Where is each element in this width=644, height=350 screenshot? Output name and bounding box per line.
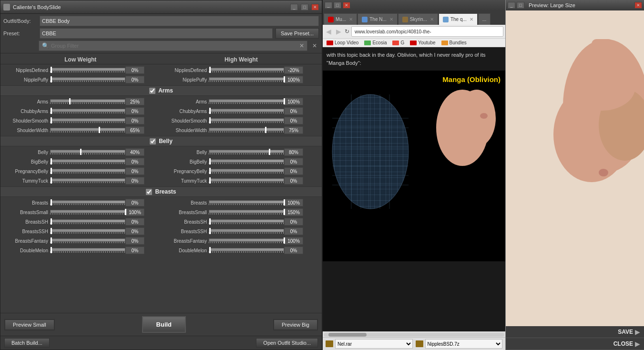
shouldersmooth-high-track[interactable]: [209, 116, 284, 125]
table-row: BreastsSSH 0% BreastsSSH 0%: [2, 226, 320, 236]
preview-small-button[interactable]: Preview Small: [4, 319, 55, 330]
tummytuck-high-track[interactable]: [209, 176, 284, 185]
youtube-icon: [410, 41, 417, 45]
scrollbar-thumb[interactable]: [328, 333, 367, 337]
arms-low-track[interactable]: [50, 97, 125, 106]
bookmark-bundles[interactable]: Bundles: [440, 40, 469, 46]
doublemelon-low-track[interactable]: [50, 246, 125, 255]
footer-controls: Batch Build... Open Outfit Studio...: [0, 336, 322, 350]
tummytuck-low-track[interactable]: [50, 176, 125, 185]
breastsssh-high-track[interactable]: [209, 227, 284, 236]
chubbyarms-low-track[interactable]: [50, 107, 125, 115]
breastsssh-low-track[interactable]: [50, 227, 125, 236]
tab-close-skyrim[interactable]: ✕: [430, 17, 434, 22]
nipples-defined-low-slider: NipplesDefined 0%: [2, 66, 161, 74]
browser-close[interactable]: ✕: [343, 2, 350, 9]
arms-checkbox[interactable]: [149, 88, 155, 94]
nel-file-icon: [326, 340, 333, 347]
bookmark-ecosia[interactable]: Ecosia: [362, 40, 388, 46]
belly-high-track[interactable]: [209, 148, 284, 156]
tab-close-theq[interactable]: ✕: [470, 17, 473, 22]
tab-close-mu[interactable]: ✕: [349, 17, 353, 22]
address-bar[interactable]: www.loverslab.com/topic/40810-the-: [351, 26, 503, 37]
batch-build-button[interactable]: Batch Build...: [4, 338, 50, 348]
preset-dropdown[interactable]: CBBE: [40, 28, 273, 39]
shouldersmooth-low-track[interactable]: [50, 116, 125, 125]
nipples-defined-label-right: NipplesDefined: [161, 68, 209, 73]
nipple-puffy-low-track[interactable]: [50, 75, 125, 84]
shoulderwidth-low-track[interactable]: [50, 126, 125, 134]
arms-low: Arms 25%: [2, 97, 161, 106]
pregnancybelly-low-track[interactable]: [50, 167, 125, 175]
browser-tab-more[interactable]: ...: [478, 13, 491, 25]
preview-close[interactable]: ✕: [634, 2, 642, 9]
tab-label-theq: The q...: [450, 17, 467, 22]
nav-back-button[interactable]: ◀: [325, 27, 333, 36]
outfit-dropdown[interactable]: CBBE Body: [40, 16, 319, 26]
breastssh-high-track[interactable]: [209, 217, 284, 226]
bookmark-gmail[interactable]: G: [390, 40, 406, 46]
browser-tab-then[interactable]: The N... ✕: [358, 13, 398, 25]
filter-clear-icon[interactable]: ✕: [310, 42, 319, 49]
bookmark-loop-video[interactable]: Loop Video: [325, 40, 360, 46]
preset-label: Preset:: [3, 31, 37, 36]
search-input[interactable]: [51, 43, 297, 49]
browser-maximize[interactable]: □: [334, 2, 341, 9]
nipples-file-select[interactable]: NipplesBSD.7z: [425, 339, 503, 349]
nav-refresh-button[interactable]: ↻: [345, 28, 349, 35]
preview-big-button[interactable]: Preview Big: [273, 319, 318, 330]
bigbelly-high-track[interactable]: [209, 157, 284, 166]
preview-maximize[interactable]: □: [517, 2, 524, 9]
nipple-puffy-high-track[interactable]: [209, 75, 284, 84]
browser-scrollbar[interactable]: [323, 331, 505, 337]
browser-tab-skyrim[interactable]: Skyrin... ✕: [398, 13, 438, 25]
breastssmall-low-track[interactable]: [50, 208, 125, 216]
breasts-high-track[interactable]: [209, 198, 284, 207]
app-icon: [3, 4, 10, 10]
arms-high-track[interactable]: [209, 97, 284, 106]
breastssmall-high-track[interactable]: [209, 208, 284, 216]
open-outfit-studio-button[interactable]: Open Outfit Studio...: [256, 338, 318, 348]
tab-close-then[interactable]: ✕: [389, 17, 393, 22]
outfit-label: Outfit/Body:: [3, 18, 37, 24]
pregnancybelly-high-track[interactable]: [209, 167, 284, 175]
breasts-checkbox[interactable]: [146, 189, 152, 195]
chubbyarms-high-track[interactable]: [209, 107, 284, 115]
browser-text: with this topic back in the day. Oblivio…: [323, 47, 505, 71]
shoulderwidth-high-track[interactable]: [209, 126, 284, 134]
table-row: ShoulderSmooth 0% ShoulderSmooth 0%: [2, 116, 320, 125]
breasts-low-track[interactable]: [50, 198, 125, 207]
nipples-defined-high-track[interactable]: [209, 66, 284, 74]
close-preview-button[interactable]: CLOSE: [613, 340, 633, 347]
bigbelly-low-track[interactable]: [50, 157, 125, 166]
nipples-file-icon: [416, 340, 423, 347]
minimize-button[interactable]: _: [290, 4, 298, 10]
doublemelon-high-track[interactable]: [209, 246, 284, 255]
ecosia-label: Ecosia: [372, 40, 387, 45]
nel-file-select[interactable]: Nel.rar: [335, 339, 413, 349]
save-preset-button[interactable]: Save Preset...: [276, 28, 319, 39]
breastsfantasy-high-track[interactable]: [209, 237, 284, 245]
browser-minimize[interactable]: _: [325, 2, 332, 9]
table-row: NipplePuffy 0% NipplePuffy 100%: [2, 75, 320, 84]
maximize-button[interactable]: □: [301, 4, 308, 10]
save-button[interactable]: SAVE: [618, 329, 633, 335]
belly-checkbox[interactable]: [150, 138, 156, 144]
breasts-section-header: Breasts: [0, 186, 322, 197]
breastsfantasy-low-track[interactable]: [50, 237, 125, 245]
nipples-defined-low-track[interactable]: [50, 66, 125, 74]
belly-low-track[interactable]: [50, 148, 125, 156]
close-button[interactable]: ✕: [311, 4, 319, 10]
nav-forward-button[interactable]: ▶: [335, 27, 343, 36]
build-button[interactable]: Build: [142, 316, 186, 333]
preview-minimize[interactable]: _: [508, 2, 515, 9]
browser-tab-mu[interactable]: Mu... ✕: [324, 13, 357, 25]
table-row: PregnancyBelly 0% PregnancyBelly 0%: [2, 166, 320, 176]
bookmark-youtube[interactable]: Youtube: [408, 40, 437, 46]
breastssh-low-track[interactable]: [50, 217, 125, 226]
file-item-nipples: NipplesBSD.7z: [416, 339, 503, 349]
search-clear-icon[interactable]: ✕: [299, 42, 304, 49]
browser-tab-theq[interactable]: The q... ✕: [439, 13, 478, 25]
app-title: Caliente's BodySlide: [13, 4, 287, 10]
nipple-puffy-label-right: NipplePuffy: [161, 77, 209, 82]
